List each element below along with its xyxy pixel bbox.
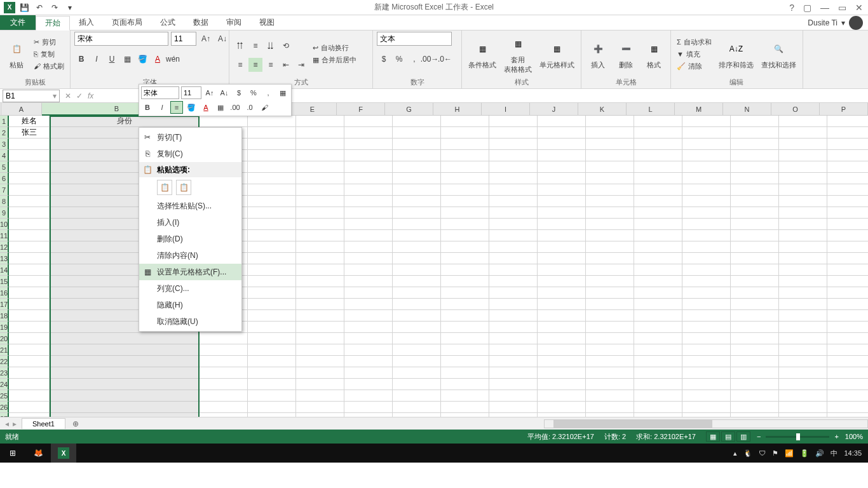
- font-size-input[interactable]: [171, 32, 196, 46]
- cell-N10[interactable]: [731, 219, 779, 230]
- cell-A24[interactable]: [9, 379, 50, 390]
- cell-O3[interactable]: [779, 139, 827, 150]
- tab-home[interactable]: 开始: [36, 16, 70, 30]
- cell-A22[interactable]: [9, 356, 50, 367]
- cell-F1[interactable]: [344, 116, 393, 127]
- cell-M10[interactable]: [682, 219, 731, 230]
- cell-F21[interactable]: [344, 344, 393, 356]
- cell-M5[interactable]: [682, 161, 731, 173]
- mini-bold-button[interactable]: B: [141, 101, 154, 114]
- cell-N6[interactable]: [731, 173, 779, 184]
- row-header-2[interactable]: 2: [0, 127, 9, 139]
- name-box[interactable]: B1▾: [3, 90, 60, 102]
- cell-H16[interactable]: [441, 287, 489, 299]
- start-button[interactable]: ⊞: [0, 444, 25, 463]
- cell-D13[interactable]: [248, 253, 296, 264]
- cell-I13[interactable]: [489, 253, 538, 264]
- cell-A11[interactable]: [9, 230, 50, 241]
- tray-battery-icon[interactable]: 🔋: [800, 449, 809, 458]
- cell-F27[interactable]: [344, 413, 393, 417]
- cell-N24[interactable]: [731, 379, 779, 390]
- cell-J4[interactable]: [538, 150, 586, 161]
- cell-N25[interactable]: [731, 390, 779, 402]
- zoom-thumb[interactable]: [796, 433, 800, 440]
- cell-K9[interactable]: [586, 207, 634, 219]
- cell-D10[interactable]: [248, 219, 296, 230]
- cell-F4[interactable]: [344, 150, 393, 161]
- cell-J16[interactable]: [538, 287, 586, 299]
- cell-E13[interactable]: [296, 253, 344, 264]
- ctx-cut[interactable]: ✂剪切(T): [139, 129, 241, 146]
- cell-E4[interactable]: [296, 150, 344, 161]
- cell-J15[interactable]: [538, 276, 586, 287]
- find-select-button[interactable]: 🔍查找和选择: [759, 37, 799, 71]
- cell-F15[interactable]: [344, 276, 393, 287]
- cell-L22[interactable]: [634, 356, 682, 367]
- cell-M1[interactable]: [682, 116, 731, 127]
- cell-N5[interactable]: [731, 161, 779, 173]
- cell-M21[interactable]: [682, 344, 731, 356]
- cell-K22[interactable]: [586, 356, 634, 367]
- ctx-unhide[interactable]: 取消隐藏(U): [139, 313, 241, 330]
- cell-J27[interactable]: [538, 413, 586, 417]
- row-header-17[interactable]: 17: [0, 299, 9, 310]
- cell-E15[interactable]: [296, 276, 344, 287]
- cell-E23[interactable]: [296, 367, 344, 379]
- mini-currency-icon[interactable]: $: [233, 86, 245, 99]
- cell-D16[interactable]: [248, 287, 296, 299]
- mini-comma-icon[interactable]: ,: [262, 86, 275, 99]
- cell-P20[interactable]: [827, 333, 868, 344]
- cell-G19[interactable]: [393, 322, 441, 333]
- cell-D2[interactable]: [248, 127, 296, 139]
- ctx-paste-special[interactable]: 选择性粘贴(S)...: [139, 198, 241, 214]
- mini-decrease-decimal-icon[interactable]: .0: [243, 101, 256, 114]
- cell-A4[interactable]: [9, 150, 50, 161]
- cell-K16[interactable]: [586, 287, 634, 299]
- cell-I15[interactable]: [489, 276, 538, 287]
- cell-K3[interactable]: [586, 139, 634, 150]
- number-format-select[interactable]: [377, 32, 452, 46]
- cell-B21[interactable]: [50, 344, 200, 356]
- cell-H5[interactable]: [441, 161, 489, 173]
- copy-button[interactable]: ⎘复制: [32, 49, 66, 60]
- cell-C1[interactable]: [200, 116, 248, 127]
- cell-M12[interactable]: [682, 241, 731, 253]
- cell-A6[interactable]: [9, 173, 50, 184]
- table-format-button[interactable]: ▦套用 表格格式: [501, 32, 534, 76]
- cell-H9[interactable]: [441, 207, 489, 219]
- paste-button[interactable]: 📋 粘贴: [4, 37, 29, 71]
- accept-icon[interactable]: ✓: [76, 92, 83, 100]
- cell-P21[interactable]: [827, 344, 868, 356]
- conditional-format-button[interactable]: ▦条件格式: [466, 37, 499, 71]
- row-header-5[interactable]: 5: [0, 161, 9, 173]
- cell-F5[interactable]: [344, 161, 393, 173]
- col-header-H[interactable]: H: [433, 103, 482, 116]
- cell-K13[interactable]: [586, 253, 634, 264]
- cell-J13[interactable]: [538, 253, 586, 264]
- cell-A9[interactable]: [9, 207, 50, 219]
- cell-A7[interactable]: [9, 184, 50, 196]
- cell-A15[interactable]: [9, 276, 50, 287]
- cell-H1[interactable]: [441, 116, 489, 127]
- cell-P19[interactable]: [827, 322, 868, 333]
- cell-L13[interactable]: [634, 253, 682, 264]
- cell-A17[interactable]: [9, 299, 50, 310]
- cell-E22[interactable]: [296, 356, 344, 367]
- cell-style-button[interactable]: ▦单元格样式: [537, 37, 577, 71]
- cell-A18[interactable]: [9, 310, 50, 322]
- col-header-E[interactable]: E: [288, 103, 337, 116]
- mini-italic-button[interactable]: I: [156, 101, 168, 114]
- cell-J26[interactable]: [538, 402, 586, 413]
- mini-border-icon[interactable]: ▦: [276, 86, 289, 99]
- cell-D17[interactable]: [248, 299, 296, 310]
- cell-E2[interactable]: [296, 127, 344, 139]
- cell-D19[interactable]: [248, 322, 296, 333]
- cell-M14[interactable]: [682, 264, 731, 276]
- row-header-14[interactable]: 14: [0, 264, 9, 276]
- cell-K11[interactable]: [586, 230, 634, 241]
- tab-view[interactable]: 视图: [250, 15, 283, 30]
- cell-I1[interactable]: [489, 116, 538, 127]
- tab-layout[interactable]: 页面布局: [103, 15, 151, 30]
- cell-O26[interactable]: [779, 402, 827, 413]
- cell-I4[interactable]: [489, 150, 538, 161]
